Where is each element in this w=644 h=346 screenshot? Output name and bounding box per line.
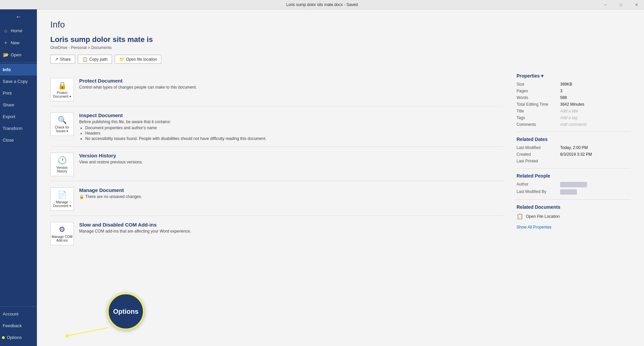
open-file-location-icon: 📁 <box>119 57 124 62</box>
sidebar-item-home[interactable]: ⌂ Home <box>0 24 37 37</box>
sidebar-item-options[interactable]: Options <box>0 332 37 343</box>
sidebar-item-feedback[interactable]: Feedback <box>0 320 37 332</box>
sidebar-item-new[interactable]: + New <box>0 37 37 49</box>
com-addins-button[interactable]: ⚙ Manage COMAdd-ins <box>50 222 74 245</box>
version-history-title: Version History <box>79 153 503 158</box>
version-history-content: Version History View and restore previou… <box>79 153 503 166</box>
properties-chevron-icon: ▾ <box>541 73 543 79</box>
sidebar-item-save-a-copy[interactable]: Save a Copy <box>0 76 37 87</box>
props-divider-3 <box>517 199 631 200</box>
prop-row-created: Created 8/3/2019 3:32 PM <box>517 152 631 157</box>
prop-row-last-modified-by: Last Modified By <box>517 189 631 195</box>
com-addins-desc: Manage COM add-ins that are affecting yo… <box>79 229 503 234</box>
sidebar-item-info[interactable]: Info <box>0 64 37 76</box>
sidebar-item-transform[interactable]: Transform <box>0 122 37 134</box>
prop-label-title: Title <box>517 109 560 113</box>
prop-label-tags: Tags <box>517 115 560 120</box>
open-icon: 📂 <box>3 52 9 57</box>
copy-path-button[interactable]: 📋 Copy path <box>78 55 112 64</box>
manage-document-content: Manage Document 🔒 There are no unsaved c… <box>79 187 503 200</box>
new-icon: + <box>3 40 9 45</box>
open-file-location-button[interactable]: 📁 Open file location <box>115 55 162 64</box>
svg-line-0 <box>67 328 109 336</box>
close-button[interactable]: ✕ <box>629 0 644 9</box>
related-people-title: Related People <box>517 173 631 179</box>
prop-label-comments: Comments <box>517 122 560 127</box>
sidebar-item-export[interactable]: Export <box>0 111 37 122</box>
properties-title: Properties ▾ <box>517 73 631 79</box>
share-label: Share <box>60 57 71 62</box>
protect-document-title: Protect Document <box>79 78 503 84</box>
prop-value-tags[interactable]: Add a tag <box>560 115 577 120</box>
info-sections: 🔒 ProtectDocument ▾ Protect Document Con… <box>50 73 631 250</box>
sidebar-item-account[interactable]: Account <box>0 308 37 320</box>
com-addins-icon-label: Manage COMAdd-ins <box>52 235 72 242</box>
prop-row-pages: Pages 3 <box>517 89 631 93</box>
sidebar-item-share[interactable]: Share <box>0 99 37 111</box>
inspect-bullet-2: Headers <box>85 131 503 136</box>
doc-path: OneDrive - Personal » Documents <box>50 45 631 50</box>
title-bar: Loris sump dolor sits mate.docx - Saved … <box>0 0 644 9</box>
inspect-document-section: 🔍 Check forIssues ▾ Inspect Document Bef… <box>50 108 503 147</box>
svg-point-1 <box>65 334 69 338</box>
prop-value-last-modified: Today, 2:00 PM <box>560 145 588 150</box>
prop-row-title: Title Add a title <box>517 109 631 113</box>
open-file-location-label: Open file location <box>126 57 157 62</box>
sidebar-back-button[interactable]: ← <box>0 9 37 24</box>
manage-document-desc: 🔒 There are no unsaved changes. <box>79 194 503 199</box>
prop-value-title[interactable]: Add a title <box>560 109 578 113</box>
doc-actions: ↗ Share 📋 Copy path 📁 Open file location <box>50 55 631 64</box>
sidebar-item-label-home: Home <box>11 28 22 33</box>
version-history-icon-label: VersionHistory <box>56 166 67 173</box>
prop-value-words: 588 <box>560 95 567 100</box>
app-body: ← ⌂ Home + New 📂 Open Info Save a Copy <box>0 9 644 346</box>
sidebar-item-print[interactable]: Print <box>0 87 37 99</box>
share-button[interactable]: ↗ Share <box>50 55 75 64</box>
version-history-button[interactable]: 🕐 VersionHistory <box>50 153 74 176</box>
maximize-button[interactable]: □ <box>613 0 629 9</box>
options-annotation-label: Options <box>113 308 139 315</box>
prop-row-size: Size 389KB <box>517 82 631 87</box>
version-history-section: 🕐 VersionHistory Version History View an… <box>50 148 503 181</box>
inspect-document-button[interactable]: 🔍 Check forIssues ▾ <box>50 112 74 136</box>
sidebar-item-label-new: New <box>11 40 19 45</box>
prop-value-author <box>560 182 587 187</box>
inspect-document-content: Inspect Document Before publishing this … <box>79 112 503 142</box>
manage-document-title: Manage Document <box>79 187 503 193</box>
main-content: Info Loris sump dolor sits mate is OneDr… <box>37 9 644 346</box>
sidebar-bottom: Account Feedback Options <box>0 308 37 346</box>
props-divider-2 <box>517 168 631 168</box>
protect-document-button[interactable]: 🔒 ProtectDocument ▾ <box>50 78 74 101</box>
inspect-bullet-3: No accessibility issues found. People wi… <box>85 136 503 141</box>
manage-document-icon: 📄 <box>58 191 67 199</box>
related-docs-title: Related Documents <box>517 204 631 210</box>
protect-document-section: 🔒 ProtectDocument ▾ Protect Document Con… <box>50 73 503 106</box>
open-file-location-link[interactable]: 📋 Open File Location <box>517 213 631 219</box>
prop-row-author: Author <box>517 182 631 187</box>
inspect-document-title: Inspect Document <box>79 112 503 118</box>
prop-row-last-modified: Last Modified Today, 2:00 PM <box>517 145 631 150</box>
inspect-bullet-1: Document properties and author's name <box>85 126 503 130</box>
com-addins-section: ⚙ Manage COMAdd-ins Slow and Disabled CO… <box>50 217 503 250</box>
prop-value-comments[interactable]: Add comments <box>560 122 587 127</box>
prop-row-comments: Comments Add comments <box>517 122 631 127</box>
related-dates-title: Related Dates <box>517 137 631 142</box>
protect-document-desc: Control what types of changes people can… <box>79 85 503 90</box>
minimize-button[interactable]: ─ <box>598 0 613 9</box>
com-addins-content: Slow and Disabled COM Add-ins Manage COM… <box>79 222 503 235</box>
sidebar-item-label-options: Options <box>7 335 22 340</box>
sidebar-item-open[interactable]: 📂 Open <box>0 49 37 61</box>
prop-label-created: Created <box>517 152 560 157</box>
sidebar-item-close[interactable]: Close <box>0 134 37 146</box>
sidebar-divider-1 <box>0 62 37 62</box>
prop-label-last-modified-by: Last Modified By <box>517 189 560 194</box>
version-history-desc: View and restore previous versions. <box>79 160 503 164</box>
manage-document-button[interactable]: 📄 ManageDocument ▾ <box>50 187 74 211</box>
sidebar-divider-bottom <box>0 306 37 307</box>
prop-value-size: 389KB <box>560 82 572 87</box>
prop-label-last-modified: Last Modified <box>517 145 560 150</box>
sidebar-item-label-save-a-copy: Save a Copy <box>3 79 28 84</box>
sidebar-item-label-open: Open <box>11 52 21 57</box>
show-all-properties-link[interactable]: Show All Properties <box>517 225 551 230</box>
prop-row-total-editing-time: Total Editing Time 3642 Minutes <box>517 102 631 107</box>
